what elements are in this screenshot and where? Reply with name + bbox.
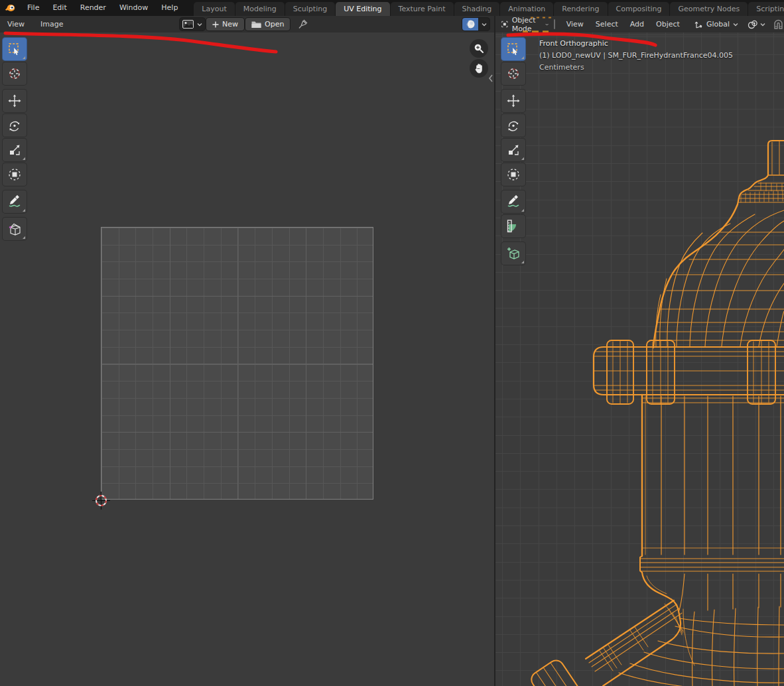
editor-splitter[interactable] [494,16,495,686]
blender-window: File Edit Render Window Help Layout Mode… [0,0,784,686]
vp-cursor-tool[interactable] [501,62,526,86]
cursor-tool-icon [7,66,22,81]
menu-render[interactable]: Render [74,0,113,16]
overlay-units-label: Centimeters [539,63,584,72]
overlay-object-label: (1) LOD0_newUV | SM_FUR_FireHydrantFranc… [539,51,733,60]
zoom-in-icon [474,43,484,54]
tab-shading[interactable]: Shading [454,2,500,16]
uv-menu-view[interactable]: View [1,16,31,33]
uv-open-cube-tool[interactable] [2,217,27,241]
viewport-header: Object Mode View Select Add Object Globa… [495,16,784,33]
pin-icon[interactable] [298,19,308,30]
viewport-canvas[interactable]: Front Orthographic (1) LOD0_newUV | SM_F… [495,32,784,686]
vp-measure-tool[interactable] [501,214,526,238]
uv-grid [101,227,373,500]
pivot-point-icon [748,20,758,29]
hand-icon [474,63,484,74]
uv-menu-image[interactable]: Image [34,16,69,33]
chevron-down-icon [733,23,738,27]
rotate-icon [7,118,22,133]
mode-dropdown[interactable]: Object Mode [501,16,549,33]
tab-modeling[interactable]: Modeling [235,2,285,16]
transform-orientation-dropdown[interactable]: Global [694,20,738,29]
open-cube-icon [7,222,22,236]
folder-icon [251,21,261,29]
display-channels-dropdown[interactable] [479,18,490,31]
rotate-icon [506,118,521,133]
add-cube-icon [506,246,521,261]
chevron-down-icon [545,23,549,27]
uv-select-box-tool[interactable] [2,37,27,61]
menu-file[interactable]: File [21,0,46,16]
tab-texture-paint[interactable]: Texture Paint [391,2,454,16]
tab-sculpting[interactable]: Sculpting [285,2,335,16]
select-box-icon [7,42,22,56]
menu-edit[interactable]: Edit [46,0,73,16]
tab-uv-editing[interactable]: UV Editing [336,2,389,16]
orientation-axes-icon [694,20,703,29]
topbar: File Edit Render Window Help Layout Mode… [0,0,784,16]
vp-transform-tool[interactable] [501,163,526,186]
snap-toggle[interactable] [773,19,784,30]
open-image-button[interactable]: Open [245,18,290,31]
uv-scale-tool[interactable] [2,138,27,162]
uv-annotate-tool[interactable] [2,190,27,214]
chevron-down-icon [197,23,202,27]
uv-move-tool[interactable] [2,89,27,113]
vp-menu-view[interactable]: View [560,16,590,33]
vp-move-tool[interactable] [501,89,526,113]
display-channels-button[interactable] [462,18,479,31]
move-icon [7,94,22,108]
uv-toolbar [2,37,27,241]
select-box-icon [506,42,521,56]
vp-annotate-tool[interactable] [501,190,526,214]
annotate-pencil-icon [506,194,521,209]
chevron-down-icon [760,23,765,27]
header-separator [554,19,555,29]
image-icon [182,20,194,29]
measure-icon [506,219,521,234]
fire-hydrant-wireframe[interactable] [495,32,784,686]
vp-menu-add[interactable]: Add [624,16,650,33]
tab-animation[interactable]: Animation [500,2,553,16]
uv-transform-tool[interactable] [2,163,27,186]
vp-add-cube-tool[interactable] [501,241,526,265]
scale-icon [7,143,22,157]
magnet-icon [773,19,784,30]
pan-button[interactable] [470,59,488,78]
pivot-point-dropdown[interactable] [748,20,765,29]
uv-editor-header: View Image New [0,16,494,33]
uv-rotate-tool[interactable] [2,113,27,137]
uv-editor-canvas[interactable] [0,32,494,686]
menu-window[interactable]: Window [113,0,155,16]
tab-layout[interactable]: Layout [194,2,234,16]
tab-compositing[interactable]: Compositing [608,2,670,16]
tab-geometry-nodes[interactable]: Geometry Nodes [670,2,748,16]
zoom-button[interactable] [470,39,488,58]
overlay-view-label: Front Orthographic [539,39,608,48]
vp-scale-tool[interactable] [501,138,526,162]
tab-rendering[interactable]: Rendering [554,2,607,16]
plus-icon [212,21,219,28]
uv-cursor-tool[interactable] [2,62,27,86]
transform-icon [506,167,521,182]
sidebar-collapse-arrow[interactable] [488,74,493,82]
uv-2d-cursor[interactable] [92,492,110,510]
move-icon [506,94,521,108]
viewport-toolbar [501,37,526,266]
image-datablock-selector[interactable] [180,18,205,31]
scale-icon [506,143,521,157]
sphere-icon [466,19,476,29]
object-mode-icon [501,19,508,29]
annotate-pencil-icon [7,194,22,209]
cursor-tool-icon [506,66,521,81]
vp-menu-object[interactable]: Object [650,16,686,33]
tab-scripting[interactable]: Scripting [748,2,784,16]
chevron-down-icon [482,23,487,27]
vp-select-box-tool[interactable] [501,37,526,61]
new-image-button[interactable]: New [206,18,244,31]
workspace-tabs: Layout Modeling Sculpting UV Editing Tex… [194,0,784,16]
vp-rotate-tool[interactable] [501,113,526,137]
menu-help[interactable]: Help [155,0,184,16]
vp-menu-select[interactable]: Select [590,16,624,33]
